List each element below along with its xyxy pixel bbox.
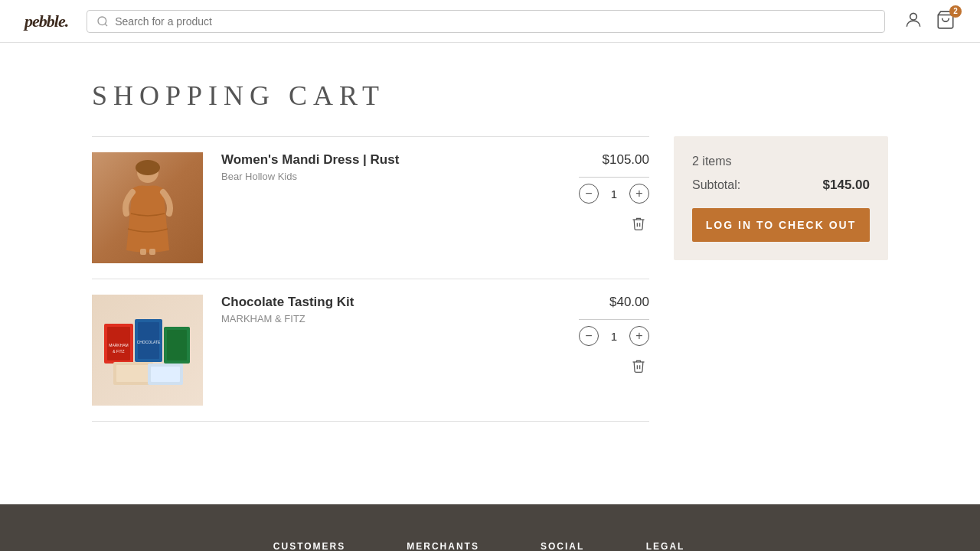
item-2-quantity: 1 bbox=[608, 330, 620, 343]
svg-rect-18 bbox=[116, 365, 150, 382]
item-2-price: $40.00 bbox=[609, 295, 649, 310]
item-1-quantity: 1 bbox=[608, 187, 620, 201]
item-2-details: Chocolate Tasting Kit MARKHAM & FITZ bbox=[221, 295, 539, 324]
item-1-increase-button[interactable]: + bbox=[629, 184, 649, 204]
svg-point-0 bbox=[98, 17, 106, 25]
item-1-image bbox=[92, 152, 203, 263]
item-2-decrease-button[interactable]: − bbox=[579, 326, 599, 346]
footer-col-social: SOCIAL Instagram Facebook LinkedIn YouTu… bbox=[541, 541, 585, 551]
header-icons: 2 bbox=[903, 10, 956, 33]
cart-badge: 2 bbox=[949, 5, 962, 18]
footer: CUSTOMERS Log in Sign up Blog MERCHANTS … bbox=[0, 504, 980, 551]
footer-legal-heading: LEGAL bbox=[646, 541, 707, 551]
item-1-name: Women's Mandi Dress | Rust bbox=[221, 152, 539, 168]
cart-item-2: MARKHAM & FITZ CHOCOLATE bbox=[92, 279, 649, 422]
item-1-delete-button[interactable] bbox=[628, 213, 649, 236]
svg-rect-7 bbox=[149, 249, 155, 255]
page-title: SHOPPING CART bbox=[92, 80, 888, 112]
item-2-increase-button[interactable]: + bbox=[629, 326, 649, 346]
svg-rect-16 bbox=[167, 330, 187, 360]
svg-point-5 bbox=[136, 160, 160, 175]
item-2-right: $40.00 − 1 + bbox=[557, 295, 649, 379]
item-2-delete-button[interactable] bbox=[628, 355, 649, 379]
footer-col-merchants: MERCHANTS Sell on Pebble Support bbox=[407, 541, 479, 551]
footer-merchants-heading: MERCHANTS bbox=[407, 541, 479, 551]
svg-rect-6 bbox=[140, 249, 146, 255]
item-2-brand: MARKHAM & FITZ bbox=[221, 313, 539, 324]
svg-text:& FITZ: & FITZ bbox=[113, 349, 124, 354]
item-1-details: Women's Mandi Dress | Rust Bear Hollow K… bbox=[221, 152, 539, 182]
svg-line-1 bbox=[105, 24, 107, 26]
cart-item-1: Women's Mandi Dress | Rust Bear Hollow K… bbox=[92, 136, 649, 279]
checkout-button[interactable]: LOG IN TO CHECK OUT bbox=[692, 208, 870, 242]
item-2-quantity-control: − 1 + bbox=[579, 319, 649, 346]
summary-box: 2 items Subtotal: $145.00 LOG IN TO CHEC… bbox=[674, 136, 888, 260]
main-content: SHOPPING CART bbox=[31, 43, 949, 458]
svg-text:CHOCOLATE: CHOCOLATE bbox=[136, 340, 160, 344]
cart-icon[interactable]: 2 bbox=[936, 10, 956, 33]
trash-icon-2 bbox=[631, 358, 646, 373]
subtotal-value: $145.00 bbox=[823, 178, 870, 193]
summary-items-count: 2 items bbox=[692, 155, 870, 168]
footer-social-heading: SOCIAL bbox=[541, 541, 585, 551]
item-2-name: Chocolate Tasting Kit bbox=[221, 295, 539, 310]
item-1-brand: Bear Hollow Kids bbox=[221, 171, 539, 182]
user-icon[interactable] bbox=[903, 10, 923, 33]
footer-col-legal: LEGAL Privacy policy Terms of use Credit… bbox=[646, 541, 707, 551]
item-1-quantity-control: − 1 + bbox=[579, 177, 649, 204]
logo[interactable]: pebble. bbox=[24, 11, 68, 31]
header: pebble. 2 bbox=[0, 0, 980, 43]
item-1-price: $105.00 bbox=[603, 152, 649, 168]
subtotal-label: Subtotal: bbox=[692, 178, 740, 192]
cart-items: Women's Mandi Dress | Rust Bear Hollow K… bbox=[92, 136, 649, 422]
footer-col-customers: CUSTOMERS Log in Sign up Blog bbox=[273, 541, 345, 551]
svg-point-2 bbox=[910, 13, 917, 20]
item-2-image: MARKHAM & FITZ CHOCOLATE bbox=[92, 295, 203, 406]
item-1-right: $105.00 − 1 + bbox=[557, 152, 649, 236]
svg-rect-20 bbox=[151, 367, 180, 382]
footer-grid: CUSTOMERS Log in Sign up Blog MERCHANTS … bbox=[107, 541, 873, 551]
search-icon bbox=[96, 15, 109, 28]
search-bar bbox=[87, 10, 885, 33]
cart-layout: Women's Mandi Dress | Rust Bear Hollow K… bbox=[92, 136, 888, 422]
summary-subtotal: Subtotal: $145.00 bbox=[692, 178, 870, 193]
item-1-decrease-button[interactable]: − bbox=[579, 184, 599, 204]
trash-icon bbox=[631, 216, 646, 231]
search-input[interactable] bbox=[115, 15, 875, 28]
svg-text:MARKHAM: MARKHAM bbox=[109, 343, 129, 347]
cart-summary: 2 items Subtotal: $145.00 LOG IN TO CHEC… bbox=[674, 136, 888, 260]
footer-customers-heading: CUSTOMERS bbox=[273, 541, 345, 551]
